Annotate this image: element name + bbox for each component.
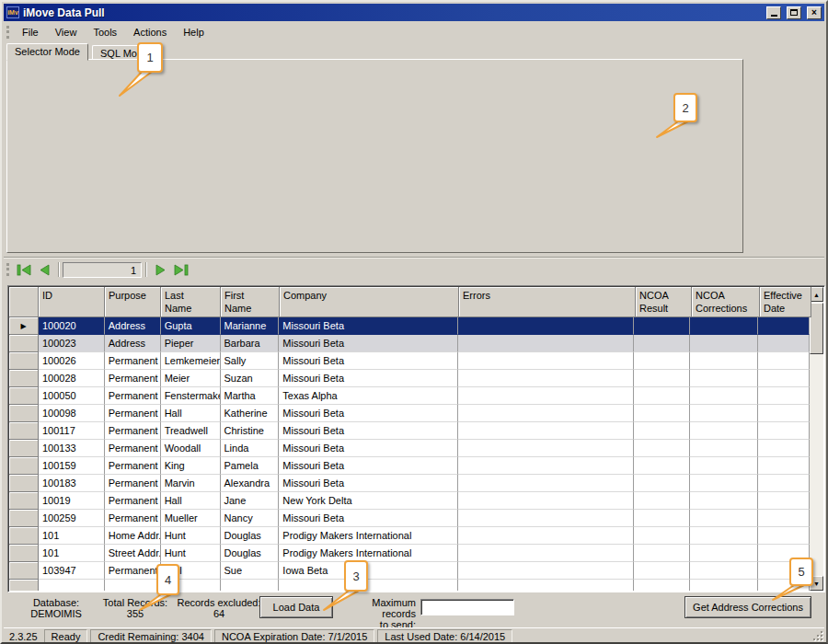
grid-cell[interactable]: King — [161, 457, 221, 475]
grid-cell[interactable] — [690, 335, 758, 352]
column-header-ncoa-corrections[interactable]: NCOA Corrections — [692, 287, 760, 317]
grid-cell[interactable] — [458, 475, 635, 492]
grid-cell[interactable] — [758, 562, 810, 580]
row-selector[interactable] — [9, 387, 39, 405]
grid-cell[interactable] — [758, 370, 810, 387]
grid-cell[interactable] — [690, 527, 758, 545]
grid-cell[interactable] — [634, 440, 690, 457]
grid-cell[interactable]: Treadwell — [161, 422, 221, 440]
grid-cell[interactable] — [758, 510, 810, 527]
title-bar[interactable]: iMv iMove Data Pull × — [4, 4, 824, 21]
grid-cell[interactable] — [758, 422, 810, 440]
grid-cell[interactable]: Missouri Beta — [279, 405, 458, 422]
grid-cell[interactable]: Missouri Beta — [279, 510, 458, 527]
table-row[interactable]: 100259PermanentMuellerNancyMissouri Beta — [9, 510, 810, 527]
grid-cell[interactable]: Hall — [161, 492, 221, 510]
grid-cell[interactable]: Permanent — [105, 352, 161, 370]
grid-cell[interactable] — [690, 387, 758, 405]
grid-cell[interactable] — [690, 510, 758, 527]
grid-cell[interactable]: Iowa Beta — [279, 562, 458, 580]
grid-cell[interactable]: Missouri Beta — [279, 422, 458, 440]
grid-cell[interactable]: Pamela — [221, 457, 280, 475]
grid-cell[interactable] — [690, 422, 758, 440]
grid-cell[interactable]: 100023 — [39, 335, 105, 352]
grid-cell[interactable] — [758, 317, 810, 335]
grid-cell[interactable] — [39, 580, 105, 591]
table-row[interactable]: ▶100020AddressGuptaMarianneMissouri Beta — [9, 317, 810, 335]
grid-cell[interactable]: Home Addr... — [105, 527, 161, 545]
table-row[interactable]: 100159PermanentKingPamelaMissouri Beta — [9, 457, 810, 475]
grid-cell[interactable]: Permanent — [105, 440, 161, 457]
grid-cell[interactable]: Sue — [221, 562, 280, 580]
grid-cell[interactable]: 100026 — [39, 352, 105, 370]
grid-cell[interactable] — [690, 440, 758, 457]
max-records-input[interactable] — [420, 599, 514, 615]
grid-cell[interactable]: Martha — [221, 387, 280, 405]
row-selector[interactable] — [9, 475, 39, 492]
grid-cell[interactable] — [458, 545, 635, 562]
grid-cell[interactable] — [634, 317, 690, 335]
grid-cell[interactable] — [458, 510, 635, 527]
grid-cell[interactable]: 100028 — [39, 370, 105, 387]
grid-cell[interactable]: Marvin — [161, 475, 221, 492]
grid-cell[interactable]: Katherine — [221, 405, 280, 422]
grid-cell[interactable] — [634, 387, 690, 405]
grid-cell[interactable] — [690, 475, 758, 492]
vertical-scrollbar[interactable]: ▲ ▼ — [810, 287, 823, 591]
grid-cell[interactable]: 103947 — [39, 562, 105, 580]
grid-cell[interactable] — [634, 527, 690, 545]
menu-grip[interactable] — [6, 26, 9, 39]
grid-cell[interactable]: Missouri Beta — [279, 352, 458, 370]
grid-cell[interactable]: Douglas — [221, 545, 280, 562]
load-data-button[interactable]: Load Data — [259, 596, 333, 618]
table-row[interactable]: 10019PermanentHallJaneNew York Delta — [9, 492, 810, 510]
grid-cell[interactable]: Hull — [161, 562, 221, 580]
grid-cell[interactable] — [690, 457, 758, 475]
grid-cell[interactable]: 100098 — [39, 405, 105, 422]
menu-item-tools[interactable]: Tools — [85, 25, 125, 40]
row-selector[interactable]: ▶ — [9, 317, 39, 335]
grid-cell[interactable]: 100050 — [39, 387, 105, 405]
column-header-first-name[interactable]: First Name — [221, 287, 280, 317]
grid-cell[interactable] — [161, 580, 221, 591]
menu-item-file[interactable]: File — [14, 25, 47, 40]
grid-cell[interactable]: Missouri Beta — [279, 317, 458, 335]
grid-cell[interactable]: Missouri Beta — [279, 440, 458, 457]
grid-cell[interactable] — [758, 387, 810, 405]
grid-cell[interactable]: New York Delta — [279, 492, 458, 510]
grid-cell[interactable] — [634, 422, 690, 440]
next-record-button[interactable] — [150, 260, 170, 279]
grid-cell[interactable]: Address — [105, 317, 161, 335]
grid-cell[interactable]: 100117 — [39, 422, 105, 440]
grid-cell[interactable]: Texas Alpha — [279, 387, 458, 405]
resize-grip[interactable] — [811, 631, 822, 642]
grid-cell[interactable] — [458, 580, 635, 591]
grid-cell[interactable]: Permanent — [105, 475, 161, 492]
grid-cell[interactable]: Sally — [221, 352, 280, 370]
grid-cell[interactable] — [690, 562, 758, 580]
column-header-id[interactable]: ID — [39, 287, 105, 317]
grid-cell[interactable]: Missouri Beta — [279, 475, 458, 492]
table-row[interactable]: 100183PermanentMarvinAlexandraMissouri B… — [9, 475, 810, 492]
grid-cell[interactable] — [690, 405, 758, 422]
table-row[interactable]: 100117PermanentTreadwellChristineMissour… — [9, 422, 810, 440]
scrollbar-thumb[interactable] — [810, 303, 823, 354]
grid-cell[interactable] — [634, 580, 690, 591]
grid-cell[interactable]: Marianne — [221, 317, 280, 335]
grid-cell[interactable]: Permanent — [105, 457, 161, 475]
grid-cell[interactable]: 10019 — [39, 492, 105, 510]
grid-cell[interactable]: Nancy — [221, 510, 280, 527]
table-row[interactable]: 100028PermanentMeierSuzanMissouri Beta — [9, 370, 810, 387]
row-selector[interactable] — [9, 440, 39, 457]
column-header-effective-date[interactable]: Effective Date — [760, 287, 811, 317]
grid-cell[interactable] — [758, 352, 810, 370]
previous-record-button[interactable] — [34, 260, 54, 279]
grid-cell[interactable]: Woodall — [161, 440, 221, 457]
grid-cell[interactable] — [634, 335, 690, 352]
grid-cell[interactable]: Meier — [161, 370, 221, 387]
grid-cell[interactable] — [634, 492, 690, 510]
grid-cell[interactable] — [458, 387, 635, 405]
table-row[interactable]: 100050PermanentFenstermakerMarthaTexas A… — [9, 387, 810, 405]
grid-cell[interactable] — [634, 457, 690, 475]
table-row[interactable]: 100098PermanentHallKatherineMissouri Bet… — [9, 405, 810, 422]
